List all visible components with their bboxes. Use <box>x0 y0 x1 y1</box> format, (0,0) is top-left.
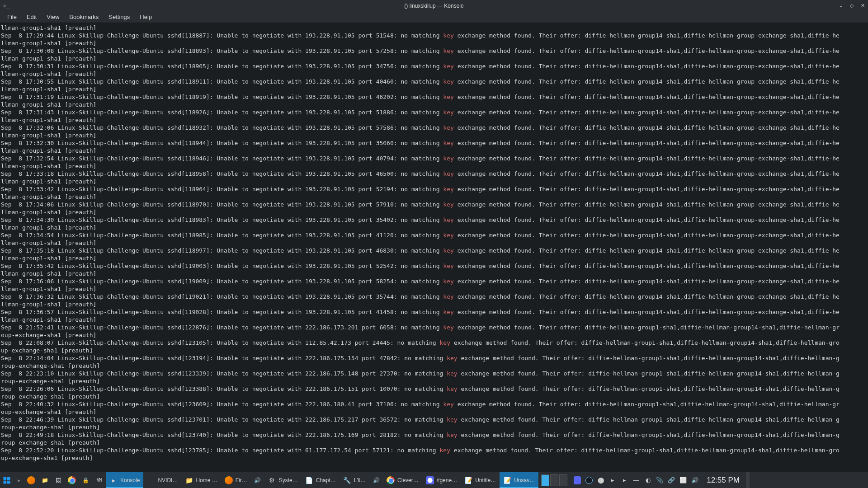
tray-icon-0[interactable]: ⬤ <box>597 477 604 484</box>
task-label: Syste… <box>279 477 298 483</box>
show-desktop[interactable] <box>746 472 750 488</box>
task-label: Chapt… <box>316 477 336 483</box>
task-konsole[interactable]: ▸Konsole <box>106 472 143 488</box>
tray-icon-8[interactable]: 🔊 <box>691 477 698 484</box>
task-label: NVIDI… <box>158 477 178 483</box>
menu-help[interactable]: Help <box>135 12 156 22</box>
task-label: Clever… <box>397 477 419 483</box>
task-discord[interactable]: ⬤#gene… <box>422 472 461 488</box>
clock[interactable]: 12:55 PM <box>702 476 744 485</box>
taskbar: ▸ 📁🖼🔒VM ▸KonsoleNVIDI…📁Home …Fir…🔊⚙Syste… <box>0 472 868 488</box>
expand-button[interactable]: ▸ <box>14 477 24 483</box>
launcher-padlock[interactable]: 🔒 <box>79 472 92 488</box>
task-lil[interactable]: 🔧L'il… <box>340 472 369 488</box>
task-label: Fir… <box>236 477 247 483</box>
tray-icon-3[interactable]: — <box>632 477 640 484</box>
desktop-2[interactable] <box>550 474 558 486</box>
minimize-button[interactable]: ⌄ <box>837 2 844 9</box>
task-label: Konsole <box>120 477 140 483</box>
window-title: () linuxskillup — Konsole <box>404 3 463 9</box>
launcher-files[interactable]: 📁 <box>38 472 52 488</box>
task-firefox2[interactable]: Fir… <box>221 472 251 488</box>
start-button[interactable] <box>0 472 14 488</box>
steam-tray-icon[interactable] <box>585 477 593 484</box>
launcher-image[interactable]: 🖼 <box>52 472 65 488</box>
tray-icon-1[interactable]: ▸ <box>609 477 616 484</box>
menu-view[interactable]: View <box>42 12 64 22</box>
task-system[interactable]: ⚙Syste… <box>264 472 302 488</box>
menu-bookmarks[interactable]: Bookmarks <box>65 12 103 22</box>
desktop-1[interactable] <box>541 474 549 486</box>
task-label: #gene… <box>437 477 457 483</box>
launcher-vm[interactable]: VM <box>92 472 106 488</box>
terminal-output[interactable]: llman-group1-sha1 [preauth] Sep 8 17:29:… <box>0 23 868 472</box>
launcher-firefox[interactable] <box>24 472 38 488</box>
task-label: L'il… <box>354 477 366 483</box>
maximize-button[interactable]: ◇ <box>848 2 855 9</box>
task-label: Unsav… <box>514 477 535 483</box>
task-unsaved[interactable]: 📝Unsav… <box>500 472 538 488</box>
task-volume1[interactable]: 🔊 <box>251 472 264 488</box>
task-clever[interactable]: Clever… <box>383 472 422 488</box>
desktop-3[interactable] <box>559 474 567 486</box>
tray-icon-2[interactable]: ▸ <box>621 477 628 484</box>
titlebar: >_ () linuxskillup — Konsole ⌄ ◇ ✕ <box>0 0 868 11</box>
task-volume2[interactable]: 🔊 <box>369 472 383 488</box>
menubar: FileEditViewBookmarksSettingsHelp <box>0 11 868 23</box>
discord-tray-icon[interactable] <box>574 477 581 484</box>
task-chapter[interactable]: 📄Chapt… <box>302 472 340 488</box>
task-nvidia[interactable]: NVIDI… <box>143 472 181 488</box>
close-button[interactable]: ✕ <box>859 2 866 9</box>
tray-icon-5[interactable]: 📎 <box>656 477 663 484</box>
menu-settings[interactable]: Settings <box>104 12 134 22</box>
task-label: Untitle… <box>475 477 496 483</box>
menu-file[interactable]: File <box>3 12 21 22</box>
tray-icon-7[interactable]: ⬜ <box>679 477 687 484</box>
pager <box>541 474 567 486</box>
tray-icon-4[interactable]: ◐ <box>644 477 651 484</box>
system-tray: ⬤▸▸—◐📎🔗⬜🔊 <box>570 477 702 484</box>
menu-edit[interactable]: Edit <box>22 12 41 22</box>
app-icon: >_ <box>2 1 11 10</box>
task-label: Home … <box>196 477 217 483</box>
task-untitled[interactable]: 📝Untitle… <box>461 472 500 488</box>
launcher-chrome[interactable] <box>65 472 79 488</box>
task-home[interactable]: 📁Home … <box>181 472 221 488</box>
tray-icon-6[interactable]: 🔗 <box>668 477 675 484</box>
